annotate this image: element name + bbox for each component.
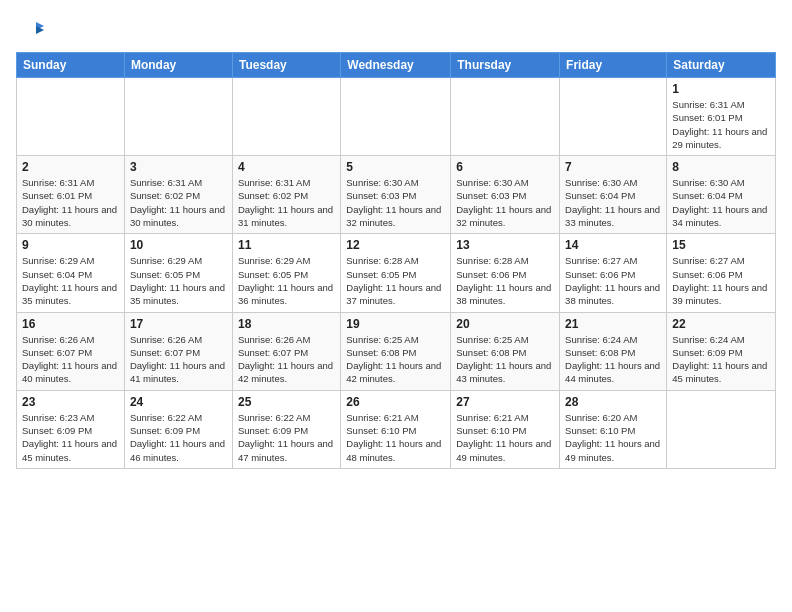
weekday-header-monday: Monday [124,53,232,78]
day-number: 2 [22,160,119,174]
calendar-cell: 11Sunrise: 6:29 AM Sunset: 6:05 PM Dayli… [232,234,340,312]
day-number: 24 [130,395,227,409]
day-number: 14 [565,238,661,252]
day-number: 13 [456,238,554,252]
day-number: 22 [672,317,770,331]
page-header [16,16,776,44]
day-info: Sunrise: 6:26 AM Sunset: 6:07 PM Dayligh… [238,333,335,386]
calendar-cell [667,390,776,468]
day-info: Sunrise: 6:23 AM Sunset: 6:09 PM Dayligh… [22,411,119,464]
day-number: 16 [22,317,119,331]
calendar-cell: 21Sunrise: 6:24 AM Sunset: 6:08 PM Dayli… [560,312,667,390]
weekday-header-saturday: Saturday [667,53,776,78]
calendar-cell: 17Sunrise: 6:26 AM Sunset: 6:07 PM Dayli… [124,312,232,390]
day-info: Sunrise: 6:31 AM Sunset: 6:01 PM Dayligh… [22,176,119,229]
day-info: Sunrise: 6:26 AM Sunset: 6:07 PM Dayligh… [130,333,227,386]
calendar-cell [341,78,451,156]
day-number: 20 [456,317,554,331]
day-info: Sunrise: 6:31 AM Sunset: 6:01 PM Dayligh… [672,98,770,151]
calendar-cell: 22Sunrise: 6:24 AM Sunset: 6:09 PM Dayli… [667,312,776,390]
day-number: 3 [130,160,227,174]
day-info: Sunrise: 6:21 AM Sunset: 6:10 PM Dayligh… [346,411,445,464]
day-info: Sunrise: 6:30 AM Sunset: 6:03 PM Dayligh… [346,176,445,229]
calendar-cell [451,78,560,156]
day-number: 28 [565,395,661,409]
calendar-cell: 4Sunrise: 6:31 AM Sunset: 6:02 PM Daylig… [232,156,340,234]
day-info: Sunrise: 6:29 AM Sunset: 6:04 PM Dayligh… [22,254,119,307]
day-info: Sunrise: 6:31 AM Sunset: 6:02 PM Dayligh… [130,176,227,229]
day-info: Sunrise: 6:30 AM Sunset: 6:04 PM Dayligh… [565,176,661,229]
day-number: 12 [346,238,445,252]
calendar-cell: 14Sunrise: 6:27 AM Sunset: 6:06 PM Dayli… [560,234,667,312]
logo-icon [16,16,44,44]
day-info: Sunrise: 6:24 AM Sunset: 6:08 PM Dayligh… [565,333,661,386]
day-info: Sunrise: 6:26 AM Sunset: 6:07 PM Dayligh… [22,333,119,386]
calendar-cell: 8Sunrise: 6:30 AM Sunset: 6:04 PM Daylig… [667,156,776,234]
calendar-cell: 28Sunrise: 6:20 AM Sunset: 6:10 PM Dayli… [560,390,667,468]
calendar-cell: 20Sunrise: 6:25 AM Sunset: 6:08 PM Dayli… [451,312,560,390]
calendar-week-3: 9Sunrise: 6:29 AM Sunset: 6:04 PM Daylig… [17,234,776,312]
day-info: Sunrise: 6:30 AM Sunset: 6:04 PM Dayligh… [672,176,770,229]
calendar-cell: 19Sunrise: 6:25 AM Sunset: 6:08 PM Dayli… [341,312,451,390]
day-info: Sunrise: 6:29 AM Sunset: 6:05 PM Dayligh… [130,254,227,307]
day-number: 17 [130,317,227,331]
calendar-cell: 24Sunrise: 6:22 AM Sunset: 6:09 PM Dayli… [124,390,232,468]
day-number: 25 [238,395,335,409]
calendar-week-4: 16Sunrise: 6:26 AM Sunset: 6:07 PM Dayli… [17,312,776,390]
day-number: 21 [565,317,661,331]
day-info: Sunrise: 6:31 AM Sunset: 6:02 PM Dayligh… [238,176,335,229]
calendar-cell: 27Sunrise: 6:21 AM Sunset: 6:10 PM Dayli… [451,390,560,468]
day-info: Sunrise: 6:22 AM Sunset: 6:09 PM Dayligh… [238,411,335,464]
day-number: 18 [238,317,335,331]
calendar-cell: 23Sunrise: 6:23 AM Sunset: 6:09 PM Dayli… [17,390,125,468]
day-info: Sunrise: 6:25 AM Sunset: 6:08 PM Dayligh… [346,333,445,386]
day-number: 1 [672,82,770,96]
day-number: 11 [238,238,335,252]
calendar-cell: 26Sunrise: 6:21 AM Sunset: 6:10 PM Dayli… [341,390,451,468]
calendar-cell: 6Sunrise: 6:30 AM Sunset: 6:03 PM Daylig… [451,156,560,234]
day-info: Sunrise: 6:29 AM Sunset: 6:05 PM Dayligh… [238,254,335,307]
day-number: 5 [346,160,445,174]
day-number: 10 [130,238,227,252]
calendar-cell: 7Sunrise: 6:30 AM Sunset: 6:04 PM Daylig… [560,156,667,234]
day-info: Sunrise: 6:21 AM Sunset: 6:10 PM Dayligh… [456,411,554,464]
day-number: 26 [346,395,445,409]
calendar-week-1: 1Sunrise: 6:31 AM Sunset: 6:01 PM Daylig… [17,78,776,156]
calendar-cell: 16Sunrise: 6:26 AM Sunset: 6:07 PM Dayli… [17,312,125,390]
calendar-cell: 2Sunrise: 6:31 AM Sunset: 6:01 PM Daylig… [17,156,125,234]
day-number: 7 [565,160,661,174]
day-info: Sunrise: 6:24 AM Sunset: 6:09 PM Dayligh… [672,333,770,386]
day-number: 23 [22,395,119,409]
calendar-cell: 9Sunrise: 6:29 AM Sunset: 6:04 PM Daylig… [17,234,125,312]
weekday-header-sunday: Sunday [17,53,125,78]
calendar-cell: 5Sunrise: 6:30 AM Sunset: 6:03 PM Daylig… [341,156,451,234]
day-info: Sunrise: 6:27 AM Sunset: 6:06 PM Dayligh… [565,254,661,307]
day-info: Sunrise: 6:27 AM Sunset: 6:06 PM Dayligh… [672,254,770,307]
day-number: 8 [672,160,770,174]
day-info: Sunrise: 6:25 AM Sunset: 6:08 PM Dayligh… [456,333,554,386]
calendar-cell: 18Sunrise: 6:26 AM Sunset: 6:07 PM Dayli… [232,312,340,390]
calendar-week-5: 23Sunrise: 6:23 AM Sunset: 6:09 PM Dayli… [17,390,776,468]
day-info: Sunrise: 6:22 AM Sunset: 6:09 PM Dayligh… [130,411,227,464]
weekday-header-tuesday: Tuesday [232,53,340,78]
calendar-cell: 25Sunrise: 6:22 AM Sunset: 6:09 PM Dayli… [232,390,340,468]
calendar-cell [232,78,340,156]
day-number: 4 [238,160,335,174]
day-number: 15 [672,238,770,252]
calendar-cell: 15Sunrise: 6:27 AM Sunset: 6:06 PM Dayli… [667,234,776,312]
calendar-header-row: SundayMondayTuesdayWednesdayThursdayFrid… [17,53,776,78]
day-info: Sunrise: 6:30 AM Sunset: 6:03 PM Dayligh… [456,176,554,229]
calendar-cell: 13Sunrise: 6:28 AM Sunset: 6:06 PM Dayli… [451,234,560,312]
calendar-cell [124,78,232,156]
day-number: 27 [456,395,554,409]
weekday-header-thursday: Thursday [451,53,560,78]
calendar-week-2: 2Sunrise: 6:31 AM Sunset: 6:01 PM Daylig… [17,156,776,234]
weekday-header-wednesday: Wednesday [341,53,451,78]
logo [16,16,48,44]
day-info: Sunrise: 6:28 AM Sunset: 6:05 PM Dayligh… [346,254,445,307]
calendar-cell: 3Sunrise: 6:31 AM Sunset: 6:02 PM Daylig… [124,156,232,234]
calendar-cell [17,78,125,156]
day-number: 9 [22,238,119,252]
calendar-cell: 10Sunrise: 6:29 AM Sunset: 6:05 PM Dayli… [124,234,232,312]
day-info: Sunrise: 6:20 AM Sunset: 6:10 PM Dayligh… [565,411,661,464]
